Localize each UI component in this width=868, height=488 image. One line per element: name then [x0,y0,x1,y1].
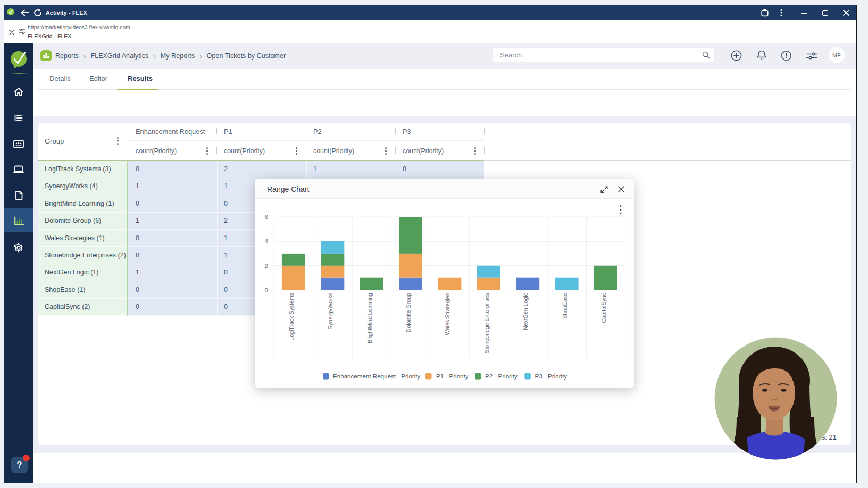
svg-text:6: 6 [265,214,268,220]
svg-text:Stonebridge Enterprises: Stonebridge Enterprises [483,293,490,354]
svg-text:LogiTrack Systems: LogiTrack Systems [288,293,295,341]
svg-text:4: 4 [265,238,269,245]
svg-text:ShopEase: ShopEase [562,292,568,318]
svg-text:Enhancement Request - Priority: Enhancement Request - Priority [333,373,421,380]
svg-text:CapitalSync: CapitalSync [600,292,607,323]
svg-text:BrightMind Learning: BrightMind Learning [366,292,373,343]
svg-text:Dolomite Group: Dolomite Group [405,292,412,332]
svg-text:Wales Strategies: Wales Strategies [444,293,450,335]
svg-text:0: 0 [265,287,268,293]
svg-text:NextGen Logic: NextGen Logic [522,292,529,330]
svg-text:P3 - Priority: P3 - Priority [535,373,567,380]
svg-text:P1 - Priority: P1 - Priority [436,373,469,380]
svg-text:SynergyWorks: SynergyWorks [327,293,333,330]
svg-text:P2 - Priority: P2 - Priority [485,373,518,380]
svg-text:2: 2 [265,262,268,268]
